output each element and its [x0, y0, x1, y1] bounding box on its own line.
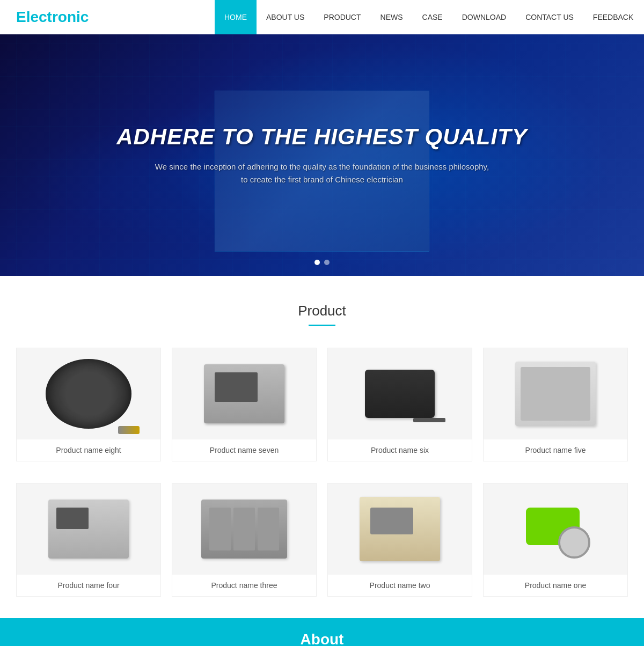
product-section-title: Product — [16, 303, 628, 319]
hero-title: ADHERE TO THE HIGHEST QUALITY — [116, 124, 528, 150]
hero-dot-2[interactable] — [324, 260, 330, 265]
nav-item-product[interactable]: PRODUCT — [314, 0, 370, 34]
hero-subtitle-line1: We since the inception of adhering to th… — [155, 162, 489, 171]
product-card-3[interactable]: Product name three — [172, 483, 317, 597]
product-card-8[interactable]: Product name eight — [16, 348, 161, 461]
main-nav: HOME ABOUT US PRODUCT NEWS CASE DOWNLOAD… — [215, 0, 643, 34]
product-image-3 — [172, 483, 316, 575]
product-name-5: Product name five — [484, 439, 627, 461]
nav-item-contact-us[interactable]: CONTACT US — [516, 0, 583, 34]
hero-dot-1[interactable] — [314, 260, 320, 265]
product-image-2 — [328, 483, 472, 575]
analyzer-icon — [48, 500, 129, 559]
product-card-1[interactable]: Product name one — [483, 483, 628, 597]
product-name-3: Product name three — [172, 575, 316, 596]
about-teaser-title: About — [301, 631, 344, 646]
product-name-1: Product name one — [484, 575, 627, 596]
hero-content: ADHERE TO THE HIGHEST QUALITY We since t… — [116, 124, 528, 186]
product-image-8 — [17, 348, 160, 439]
product-card-5[interactable]: Product name five — [483, 348, 628, 461]
tester-icon — [515, 362, 596, 426]
meter-unit-3 — [258, 508, 279, 550]
product-name-8: Product name eight — [17, 439, 160, 461]
hero-subtitle-line2: to create the first brand of Chinese ele… — [241, 175, 403, 184]
inverter-icon — [365, 370, 435, 418]
section-underline — [309, 325, 335, 326]
product-card-6[interactable]: Product name six — [327, 348, 472, 461]
site-logo[interactable]: Electronic — [0, 9, 215, 26]
saw-icon — [515, 497, 596, 561]
header: Electronic HOME ABOUT US PRODUCT NEWS CA… — [0, 0, 644, 34]
product-image-4 — [17, 483, 160, 575]
cable-icon — [46, 359, 131, 429]
meter-unit-2 — [233, 508, 255, 550]
meter-unit-1 — [209, 508, 231, 550]
product-card-2[interactable]: Product name two — [327, 483, 472, 597]
product-name-4: Product name four — [17, 575, 160, 596]
product-grid-row2: Product name four Product name three Pro… — [16, 478, 628, 602]
instrument-icon — [204, 364, 284, 423]
meters-icon — [201, 500, 287, 559]
product-card-7[interactable]: Product name seven — [172, 348, 317, 461]
nav-item-home[interactable]: HOME — [215, 0, 257, 34]
product-section: Product Product name eight Product name … — [0, 276, 644, 618]
product-name-2: Product name two — [328, 575, 472, 596]
machine-icon — [360, 497, 440, 561]
hero-banner: ADHERE TO THE HIGHEST QUALITY We since t… — [0, 34, 644, 276]
product-image-1 — [484, 483, 627, 575]
about-teaser: About — [0, 618, 644, 646]
product-image-7 — [172, 348, 316, 439]
product-name-6: Product name six — [328, 439, 472, 461]
product-image-5 — [484, 348, 627, 439]
product-name-7: Product name seven — [172, 439, 316, 461]
nav-item-case[interactable]: CASE — [413, 0, 452, 34]
section-title-wrap: Product — [16, 303, 628, 326]
nav-item-feedback[interactable]: FEEDBACK — [583, 0, 643, 34]
product-image-6 — [328, 348, 472, 439]
saw-blade — [558, 526, 590, 559]
nav-item-news[interactable]: NEWS — [371, 0, 413, 34]
hero-subtitle: We since the inception of adhering to th… — [116, 160, 528, 186]
product-card-4[interactable]: Product name four — [16, 483, 161, 597]
nav-item-about-us[interactable]: ABOUT US — [257, 0, 314, 34]
nav-item-download[interactable]: DOWNLOAD — [452, 0, 516, 34]
hero-dots — [314, 260, 330, 265]
product-grid-row1: Product name eight Product name seven Pr… — [16, 342, 628, 467]
